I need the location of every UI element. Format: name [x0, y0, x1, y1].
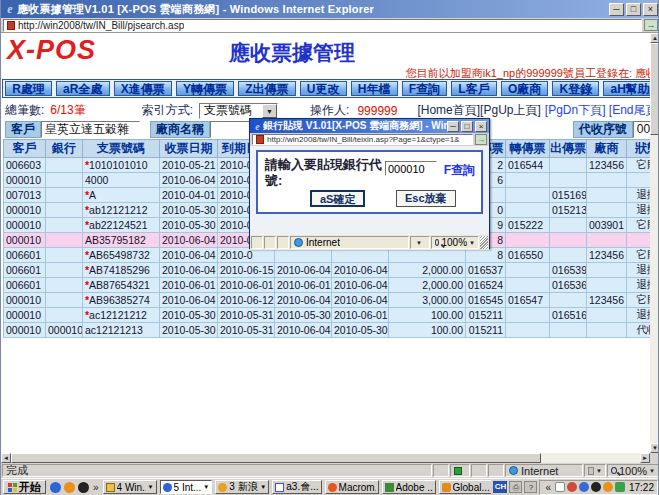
tray-clock-icon[interactable] — [615, 482, 625, 492]
dialog-close-button[interactable]: × — [475, 121, 487, 132]
info-bar: 總筆數: 6/13筆 索引方式: 支票號碼 ▼ 操作人: 999999 [Hom… — [5, 102, 650, 119]
nav-home-pgup[interactable]: [Home首頁][PgUp上頁] — [417, 102, 540, 119]
dialog-titlebar[interactable]: e 銀行貼現 V1.01[X-POS 雲端商務網] - Windo... ─ □… — [250, 119, 489, 133]
flag-asterisk: * — [85, 204, 89, 216]
printer-icon[interactable]: ⎙ — [509, 481, 522, 493]
taskbar-button[interactable]: 3 新浪UC▼ — [215, 480, 269, 494]
taskbar-button[interactable]: 5 Int...▼ — [160, 480, 213, 494]
confirm-button[interactable]: aS確定 — [310, 190, 365, 207]
tray-chevron[interactable]: « — [545, 482, 551, 493]
internet-zone-pane: Internet — [505, 464, 583, 477]
scroll-up-icon[interactable]: ▲ — [650, 33, 659, 43]
column-header: 廠商 — [587, 140, 627, 158]
ie-icon — [163, 483, 172, 492]
messenger-icon[interactable] — [64, 482, 75, 493]
help-icon[interactable]: ? — [524, 481, 537, 493]
dialog-zoom-pane[interactable]: 100% ▼ — [431, 236, 479, 249]
query-link[interactable]: F查詢 — [444, 162, 475, 179]
window-titlebar[interactable]: e 應收票據管理V1.01 [X-POS 雲端商務網] - Windows In… — [1, 0, 659, 18]
scroll-right-icon[interactable]: ► — [640, 453, 650, 463]
menu-button[interactable]: aR全處 — [56, 81, 110, 96]
dialog-zoom-level: 100% — [441, 237, 467, 248]
menu-button[interactable]: Y轉傳票 — [176, 81, 234, 96]
chevron-down-icon[interactable]: ▼ — [148, 484, 154, 490]
status-pane — [251, 236, 263, 249]
scroll-down-icon[interactable]: ▼ — [650, 443, 659, 453]
language-indicator[interactable]: CH — [493, 481, 507, 493]
collect-seq-input[interactable]: 000000 — [633, 121, 650, 138]
chevron-down-icon[interactable]: ▼ — [203, 484, 209, 490]
dialog-form-box: 請輸入要貼現銀行代號: F查詢 aS確定 Esc放棄 — [256, 150, 483, 214]
menu-button[interactable]: aH幫助 — [603, 81, 650, 96]
taskbar-button[interactable]: Global... — [439, 480, 492, 494]
menu-button[interactable]: L客戶 — [451, 81, 497, 96]
qq-penguin-icon[interactable] — [78, 482, 89, 493]
flag-asterisk: * — [85, 279, 89, 291]
table-row[interactable]: 006601*AB876543212010-06-012010-06-01201… — [4, 278, 651, 293]
index-mode-select[interactable]: 支票號碼 ▼ — [199, 103, 278, 119]
cancel-button[interactable]: Esc放棄 — [396, 190, 456, 207]
start-button[interactable]: 开始 — [3, 480, 46, 494]
taskbar-button-label: Macrom... — [339, 482, 376, 493]
taskbar-button[interactable]: a3.會... — [272, 480, 321, 494]
go-icon[interactable]: → — [475, 134, 487, 145]
tray-icon[interactable] — [567, 482, 577, 492]
index-mode-value: 支票號碼 — [200, 102, 262, 119]
close-button[interactable]: × — [643, 3, 658, 16]
overflow-chevron[interactable]: » — [93, 482, 99, 493]
resize-grip[interactable] — [480, 236, 488, 249]
tray-qq-icon[interactable] — [591, 482, 601, 492]
status-pane-script — [450, 464, 470, 477]
menu-button[interactable]: X進傳票 — [114, 81, 172, 96]
minimize-button[interactable]: ─ — [609, 3, 624, 16]
bank-code-input[interactable] — [385, 161, 437, 176]
horizontal-scroll-thumb[interactable] — [11, 453, 541, 463]
menu-button[interactable]: Z出傳票 — [238, 81, 296, 96]
ie-quicklaunch-icon[interactable] — [50, 482, 61, 493]
dialog-address-input[interactable]: http://win2008/tw/IN_Bill/teixin.asp?Pag… — [252, 134, 473, 145]
chevron-down-icon: ▼ — [416, 240, 422, 246]
total-label: 總筆數: — [5, 102, 44, 119]
chevron-down-icon[interactable]: ▼ — [260, 484, 266, 490]
go-icon[interactable]: → — [644, 19, 658, 31]
operator-label: 操作人: — [310, 102, 349, 119]
dialog-minimize-button[interactable]: ─ — [447, 121, 459, 132]
menu-button[interactable]: O廠商 — [501, 81, 549, 96]
chevron-down-icon[interactable]: ▼ — [262, 104, 277, 118]
nav-pgdn-end[interactable]: [PgDn下頁] [End尾頁] — [545, 102, 650, 119]
bank-discount-dialog: e 銀行貼現 V1.01[X-POS 雲端商務網] - Windo... ─ □… — [249, 118, 490, 249]
maximize-button[interactable]: □ — [626, 3, 641, 16]
zoom-pane[interactable]: 100% ▼ — [607, 464, 659, 477]
table-row[interactable]: 000010*ac121212122010-05-302010-05-31201… — [4, 308, 651, 323]
tray-icon[interactable] — [579, 482, 589, 492]
vertical-scrollbar[interactable]: ▲ ▼ — [650, 33, 659, 453]
taskbar-button-label: Global... — [453, 482, 490, 493]
table-row[interactable]: 000010*AB963852742010-06-042010-06-12201… — [4, 293, 651, 308]
scroll-left-icon[interactable]: ◄ — [1, 453, 11, 463]
table-row[interactable]: 000010000010ac121212132010-05-302010-05-… — [4, 323, 651, 338]
shield-icon — [588, 467, 594, 475]
menu-button[interactable]: R處理 — [5, 81, 52, 96]
protected-mode-pane[interactable]: ▼ — [584, 464, 606, 477]
status-pane — [277, 236, 289, 249]
scrollbar-corner — [650, 453, 659, 463]
horizontal-scrollbar[interactable]: ◄ ► — [1, 453, 650, 463]
vertical-scroll-thumb[interactable] — [650, 43, 659, 135]
taskbar-button[interactable]: 4 Win...▼ — [103, 480, 157, 494]
menu-button[interactable]: U更改 — [300, 81, 347, 96]
table-row[interactable]: 006601*AB741852962010-06-042010-06-15201… — [4, 263, 651, 278]
page-icon — [256, 135, 264, 144]
tray-icon[interactable] — [603, 482, 613, 492]
dreamweaver-icon — [385, 483, 394, 492]
menu-button[interactable]: F查詢 — [402, 81, 448, 96]
menu-button[interactable]: H年檔 — [351, 81, 398, 96]
dialog-protected-mode-pane[interactable]: ▼ — [410, 236, 430, 249]
taskbar-button[interactable]: Adobe ... — [382, 480, 436, 494]
dialog-maximize-button[interactable]: □ — [461, 121, 473, 132]
customer-input[interactable]: 皇英立達五穀雜 — [41, 121, 140, 138]
tray-icon[interactable] — [555, 482, 565, 492]
address-input[interactable]: http://win2008/tw/IN_Bill/pjsearch.asp — [3, 19, 642, 32]
taskbar-button[interactable]: Macrom... — [325, 480, 379, 494]
menu-button[interactable]: K登錄 — [552, 81, 599, 96]
uc-icon — [218, 483, 227, 492]
